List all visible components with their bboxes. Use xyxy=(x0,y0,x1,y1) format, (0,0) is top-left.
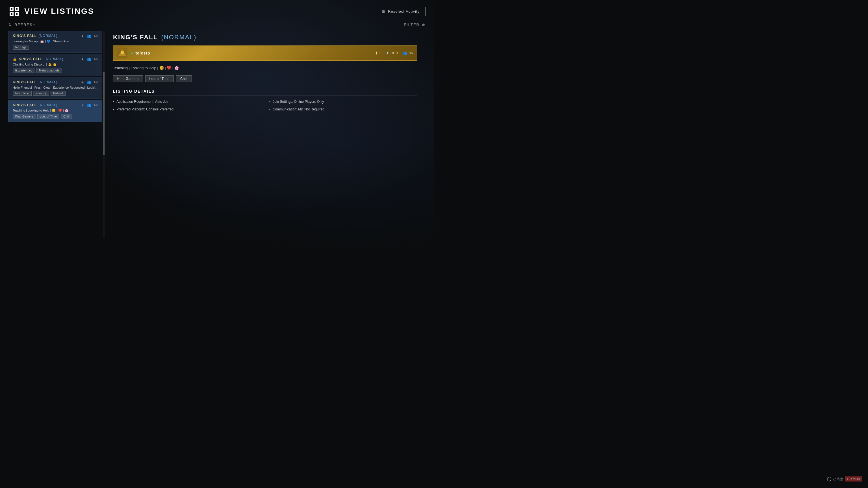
svg-rect-4 xyxy=(11,8,12,10)
detail-tag: Kind Gamers xyxy=(113,75,143,82)
detail-item: • Communication: Mic Not Required xyxy=(269,107,417,112)
listing-description: Chatting Using Discord! | 💪 👏 xyxy=(13,63,98,66)
svg-rect-5 xyxy=(16,8,18,10)
controls-row: ↻ REFRESH FILTER ⊕ xyxy=(8,23,426,27)
reselect-activity-button[interactable]: ⊞ Reselect Activity xyxy=(376,7,426,16)
listing-card[interactable]: KING'S FALL (NORMAL) 🎙 👥 1/6 Hello Frien… xyxy=(8,77,102,99)
svg-point-10 xyxy=(121,51,124,54)
listing-header: KING'S FALL (NORMAL) 🎙 👥 1/6 xyxy=(13,34,98,38)
lock-icon: 🔒 xyxy=(13,57,17,61)
player-banner: telesto ⬇ 1 ⬆ 1810 👥 1/6 xyxy=(113,45,417,61)
slots-icon: 👥 xyxy=(403,51,407,55)
bullet-icon: • xyxy=(113,107,114,112)
people-icon: 👥 xyxy=(87,103,91,107)
listing-title: 🔒 KING'S FALL (NORMAL) xyxy=(13,57,64,61)
mic-off-icon: 🎙 xyxy=(81,103,84,107)
player-info: telesto xyxy=(131,51,150,56)
people-icon: 👥 xyxy=(87,80,91,84)
listing-tags: First Time Friendly Patient xyxy=(13,91,98,96)
listing-tags: Experienced Meta Loadouts xyxy=(13,68,98,73)
detail-item: • Preferred Platform: Console Preferred xyxy=(113,107,261,112)
rank-stat: ⬇ 1 xyxy=(375,51,381,55)
scrollbar[interactable] xyxy=(103,31,104,238)
rank-icon: ⬇ xyxy=(375,51,378,55)
page-title: VIEW LISTINGS xyxy=(24,7,94,16)
main-content: KING'S FALL (NORMAL) 🎙 👥 1/6 Looking for… xyxy=(8,31,426,238)
mic-icon: 🎙 xyxy=(81,34,84,38)
listing-header: KING'S FALL (NORMAL) 🎙 👥 1/6 xyxy=(13,80,98,84)
grid-icon: ⊞ xyxy=(382,9,385,13)
listing-header: KING'S FALL (NORMAL) 🎙 👥 1/6 xyxy=(13,103,98,107)
listing-meta: 🎙 👥 1/6 xyxy=(81,103,98,107)
bullet-icon: • xyxy=(269,100,270,104)
listing-meta: 🎙 👥 1/6 xyxy=(81,57,98,61)
listing-header: 🔒 KING'S FALL (NORMAL) 🎙 👥 1/6 xyxy=(13,57,98,61)
listing-card[interactable]: KING'S FALL (NORMAL) 🎙 👥 1/6 Teaching | … xyxy=(8,100,102,122)
people-icon: 👥 xyxy=(87,57,91,61)
tag: Lots of Time xyxy=(37,114,59,119)
listing-tags: No Tags xyxy=(13,45,98,50)
detail-tag: Chill xyxy=(176,75,192,82)
power-icon: ⬆ xyxy=(386,51,389,55)
detail-description: Teaching | Looking to Help | 😊 | ❤️ | 🌸 xyxy=(113,65,417,71)
listings-panel: KING'S FALL (NORMAL) 🎙 👥 1/6 Looking for… xyxy=(8,31,104,238)
listing-description: Hello Friends! | Fresh Clear | Experienc… xyxy=(13,86,98,89)
tag: Experienced xyxy=(13,68,35,73)
listing-meta: 🎙 👥 1/6 xyxy=(81,80,98,84)
tag: Kind Gamers xyxy=(13,114,36,119)
detail-tag: Lots of Time xyxy=(145,75,174,82)
listing-card[interactable]: 🔒 KING'S FALL (NORMAL) 🎙 👥 1/6 Chatting … xyxy=(8,54,102,76)
listing-title: KING'S FALL (NORMAL) xyxy=(13,103,58,107)
player-stats: ⬇ 1 ⬆ 1810 👥 1/6 xyxy=(375,51,413,55)
app-icon xyxy=(8,6,20,17)
tag: Patient xyxy=(51,91,66,96)
refresh-button[interactable]: ↻ REFRESH xyxy=(8,23,36,27)
tag: Chill xyxy=(61,114,72,119)
detail-item: • Application Requirement: Auto Join xyxy=(113,99,261,104)
player-slots: 👥 1/6 xyxy=(403,51,413,55)
tag: Friendly xyxy=(33,91,50,96)
avatar xyxy=(117,48,127,58)
tag: First Time xyxy=(13,91,32,96)
people-icon: 👥 xyxy=(87,34,91,38)
player-left: telesto xyxy=(117,48,150,58)
svg-rect-7 xyxy=(16,13,18,15)
listing-title: KING'S FALL (NORMAL) xyxy=(13,80,58,84)
listing-details-grid: • Application Requirement: Auto Join • J… xyxy=(113,99,417,112)
detail-tags: Kind Gamers Lots of Time Chill xyxy=(113,75,417,82)
listing-details-section: LISTING DETAILS • Application Requiremen… xyxy=(113,89,417,112)
header: VIEW LISTINGS ⊞ Reselect Activity xyxy=(8,6,426,17)
mic-off-icon: 🎙 xyxy=(81,80,84,84)
filter-button[interactable]: FILTER ⊕ xyxy=(404,23,426,27)
mic-icon: 🎙 xyxy=(81,57,84,61)
power-stat: ⬆ 1810 xyxy=(386,51,398,55)
online-indicator xyxy=(131,52,133,55)
tag: Meta Loadouts xyxy=(36,68,62,73)
bullet-icon: • xyxy=(269,107,270,112)
refresh-icon: ↻ xyxy=(8,23,12,27)
detail-item: • Join Settings: Online Players Only xyxy=(269,99,417,104)
detail-panel: KING'S FALL (NORMAL) telesto xyxy=(104,31,426,238)
detail-title: KING'S FALL (NORMAL) xyxy=(113,34,417,41)
tag: No Tags xyxy=(13,45,29,50)
listing-details-title: LISTING DETAILS xyxy=(113,89,417,95)
svg-rect-6 xyxy=(11,13,12,15)
listing-card[interactable]: KING'S FALL (NORMAL) 🎙 👥 1/6 Looking for… xyxy=(8,31,102,53)
listing-tags: Kind Gamers Lots of Time Chill xyxy=(13,114,98,119)
listing-description: Teaching | Looking to Help | 😊 | ❤️ | 🌸 xyxy=(13,109,98,112)
listing-title: KING'S FALL (NORMAL) xyxy=(13,34,58,38)
listing-description: Looking for Group | 🤖 | 💙 | Stasis Only xyxy=(13,39,98,43)
bullet-icon: • xyxy=(113,100,114,104)
filter-icon: ⊕ xyxy=(422,23,426,27)
listing-meta: 🎙 👥 1/6 xyxy=(81,34,98,38)
header-left: VIEW LISTINGS xyxy=(8,6,94,17)
